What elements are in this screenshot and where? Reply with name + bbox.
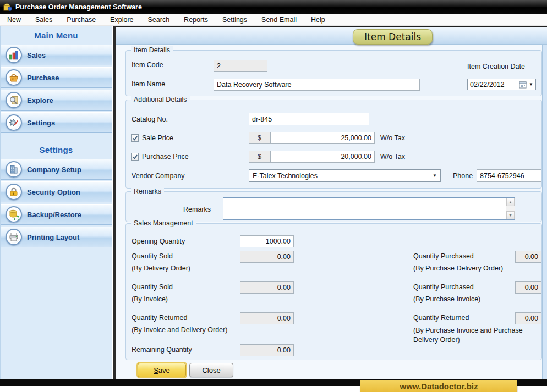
menu-bar: New Sales Purchase Explore Search Report…: [0, 14, 547, 26]
sidebar-item-label: Security Option: [27, 188, 80, 196]
opening-quantity-label: Opening Quantity: [132, 238, 185, 245]
sidebar-item-label: Sales: [27, 51, 46, 59]
sale-price-checkbox[interactable]: [131, 134, 139, 142]
item-creation-date-label: Item Creation Date: [467, 63, 525, 70]
panel-header-bar: [116, 27, 547, 45]
item-code-label: Item Code: [132, 61, 163, 69]
quantity-sold-inv-field[interactable]: [240, 281, 294, 294]
item-name-field[interactable]: [214, 79, 420, 91]
chevron-down-icon[interactable]: ▼: [433, 173, 437, 178]
catalog-no-label: Catalog No.: [132, 115, 168, 123]
page-title: Item Details: [353, 29, 433, 45]
sidebar-item-label: Settings: [27, 119, 55, 127]
vendor-company-select[interactable]: E-Talex Technologies ▼: [249, 169, 441, 182]
sales-management-group: Sales Management Opening Quantity Quanti…: [125, 223, 542, 360]
window-title: Purchase Order Management Software: [15, 3, 142, 11]
group-legend: Remarks: [131, 187, 164, 196]
sidebar-item-purchase[interactable]: Purchase: [1, 67, 112, 88]
sidebar-item-label: Explore: [27, 96, 53, 104]
remarks-textarea[interactable]: [223, 198, 506, 219]
phone-label: Phone: [453, 172, 473, 180]
vendor-company-label: Vendor Company: [132, 172, 185, 180]
group-legend: Additional Details: [131, 96, 190, 104]
quantity-returned-purchase-sublabel: (By Purchase Invoice and Purchase Delive…: [413, 326, 523, 345]
quantity-returned-label: Quantity Returned: [132, 314, 187, 322]
printer-icon: [6, 229, 22, 245]
purchase-price-currency: $: [249, 151, 270, 163]
item-code-field[interactable]: [214, 60, 267, 72]
application-window: Purchase Order Management Software New S…: [0, 0, 547, 392]
remarks-textarea-wrap: ▲ ▼: [223, 197, 515, 220]
sidebar-item-label: Purchase: [27, 74, 59, 82]
sale-price-currency: $: [249, 132, 270, 144]
quantity-returned-field[interactable]: [240, 312, 294, 324]
sales-chart-icon: [6, 47, 22, 63]
group-legend: Item Details: [131, 46, 173, 54]
menu-reports[interactable]: Reports: [177, 14, 215, 26]
text-cursor: [226, 200, 226, 208]
sidebar-settings-heading: Settings: [1, 140, 112, 159]
sidebar-item-company-setup[interactable]: Company Setup: [1, 159, 112, 180]
remarks-label: Remarks: [183, 206, 211, 213]
menu-send-email[interactable]: Send Email: [254, 14, 304, 26]
remaining-quantity-label: Remaining Quantity: [132, 346, 192, 354]
title-bar: Purchase Order Management Software: [0, 0, 547, 14]
remaining-quantity-field[interactable]: [240, 344, 294, 356]
menu-purchase[interactable]: Purchase: [59, 14, 103, 26]
chevron-down-icon[interactable]: ▼: [529, 82, 533, 87]
item-name-label: Item Name: [132, 80, 165, 88]
item-creation-date-picker[interactable]: 02/22/2012 ▼: [467, 79, 536, 90]
quantity-purchased-pi-field[interactable]: [515, 281, 541, 294]
quantity-returned-purchase-field[interactable]: [515, 312, 541, 324]
opening-quantity-field[interactable]: [240, 235, 294, 247]
sidebar-item-printing-layout[interactable]: Printing Layout: [1, 227, 112, 247]
scroll-down-icon[interactable]: ▼: [506, 211, 515, 219]
sidebar: Main Menu Sales Purchase Explore Setting…: [0, 26, 112, 379]
quantity-sold-do-field[interactable]: [240, 251, 294, 263]
company-building-icon: [6, 161, 22, 178]
purchase-price-tax-note: W/o Tax: [380, 153, 405, 161]
explore-magnifier-icon: [6, 92, 22, 108]
purchase-basket-icon: [6, 69, 22, 86]
quantity-sold-inv-label: Quantity Sold: [132, 283, 173, 291]
quantity-purchased-pdo-field[interactable]: [515, 251, 541, 263]
sidebar-main-menu-heading: Main Menu: [1, 26, 112, 45]
security-lock-icon: [6, 184, 22, 200]
sidebar-item-sales[interactable]: Sales: [1, 45, 112, 65]
purchase-price-field[interactable]: [270, 151, 375, 163]
remarks-group: Remarks Remarks ▲ ▼: [125, 191, 542, 222]
sale-price-field[interactable]: [270, 132, 375, 144]
save-button[interactable]: Save: [138, 363, 186, 377]
purchase-price-checkbox[interactable]: [131, 153, 139, 161]
quantity-sold-inv-sublabel: (By Invoice): [132, 295, 168, 303]
sale-price-label: Sale Price: [142, 134, 173, 142]
menu-explore[interactable]: Explore: [103, 14, 140, 26]
sidebar-item-security-option[interactable]: Security Option: [1, 181, 112, 202]
menu-search[interactable]: Search: [141, 14, 177, 26]
menu-sales[interactable]: Sales: [28, 14, 59, 26]
panel-right-border: [542, 45, 547, 379]
calendar-icon[interactable]: [519, 81, 527, 89]
settings-gear-icon: [6, 114, 22, 131]
menu-new[interactable]: New: [0, 14, 28, 26]
sidebar-item-explore[interactable]: Explore: [1, 90, 112, 111]
scroll-up-icon[interactable]: ▲: [506, 198, 515, 206]
group-legend: Sales Management: [131, 219, 196, 228]
sidebar-item-backup-restore[interactable]: Backup/Restore: [1, 204, 112, 225]
sidebar-item-label: Printing Layout: [27, 233, 79, 241]
sidebar-item-label: Backup/Restore: [27, 211, 81, 219]
menu-settings[interactable]: Settings: [215, 14, 254, 26]
purchase-price-label: Purchase Price: [142, 153, 189, 161]
catalog-no-field[interactable]: [249, 113, 369, 125]
phone-field[interactable]: [477, 169, 541, 182]
menu-help[interactable]: Help: [304, 14, 332, 26]
item-details-group: Item Details Item Code Item Creation Dat…: [125, 50, 542, 96]
item-details-panel: Item Details Item Details Item Code Item…: [116, 26, 547, 379]
quantity-returned-purchase-label: Quantity Returned: [413, 314, 469, 322]
close-button[interactable]: Close: [189, 363, 233, 377]
sale-price-tax-note: W/o Tax: [380, 134, 405, 142]
date-value: 02/22/2012: [470, 81, 517, 89]
quantity-returned-sublabel: (By Invoice and Delivery Order): [132, 326, 227, 334]
sidebar-item-settings[interactable]: Settings: [1, 112, 112, 133]
remarks-scrollbar[interactable]: ▲ ▼: [506, 198, 515, 219]
